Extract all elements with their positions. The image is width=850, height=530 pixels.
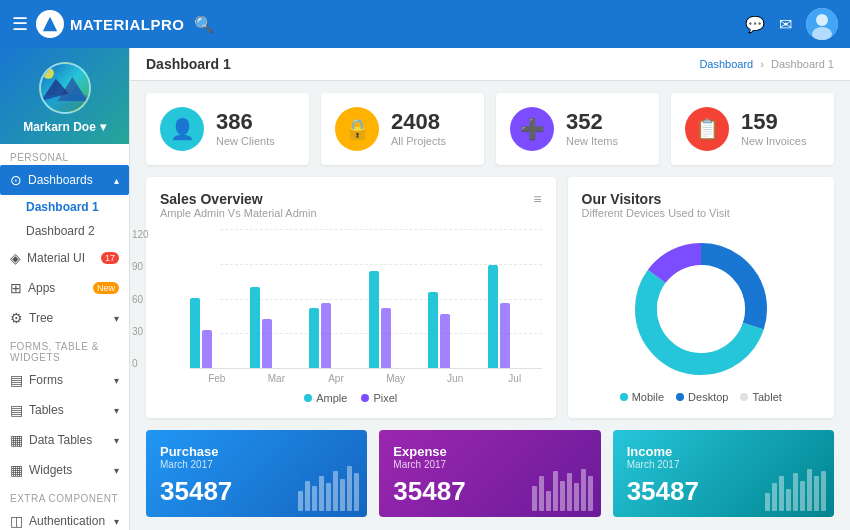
pixel-bar xyxy=(321,303,331,368)
mini-bar xyxy=(312,486,317,511)
bottom-card-title: Expense xyxy=(393,444,586,459)
mini-bar xyxy=(786,489,791,511)
email-icon[interactable]: ✉ xyxy=(779,15,792,34)
ample-bar xyxy=(369,271,379,369)
stat-icon-invoices: 📋 xyxy=(685,107,729,151)
sidebar-item-widgets[interactable]: ▦ Widgets ▾ xyxy=(0,455,129,485)
mini-bar xyxy=(347,466,352,511)
stat-card-clients: 👤 386 New Clients xyxy=(146,93,309,165)
sales-chart-title: Sales Overview xyxy=(160,191,542,207)
visitors-chart-card: Our Visitors Different Devices Used to V… xyxy=(568,177,834,418)
mini-bar xyxy=(800,481,805,511)
svg-marker-0 xyxy=(43,17,57,31)
stat-card-projects: 🔒 2408 All Projects xyxy=(321,93,484,165)
bottom-cards: Purchase March 2017 35487 Expense March … xyxy=(130,430,850,529)
mini-bar xyxy=(333,471,338,511)
breadcrumb-home[interactable]: Dashboard xyxy=(699,58,753,70)
sales-chart-subtitle: Ample Admin Vs Material Admin xyxy=(160,207,542,219)
ample-bar xyxy=(428,292,438,368)
mini-bar xyxy=(772,483,777,511)
sidebar-profile: Markarn Doe ▾ xyxy=(0,48,129,144)
mini-bar xyxy=(326,483,331,511)
legend-mobile: Mobile xyxy=(620,391,664,403)
layout: Markarn Doe ▾ Personal ⊙ Dashboards ▴ Da… xyxy=(0,48,850,530)
breadcrumb-current: Dashboard 1 xyxy=(771,58,834,70)
svg-point-9 xyxy=(42,68,53,79)
pixel-bar xyxy=(202,330,212,368)
sidebar-section-personal: Personal xyxy=(0,144,129,165)
legend-dot xyxy=(304,394,312,402)
sidebar-sub-dashboard1[interactable]: Dashboard 1 xyxy=(0,195,129,219)
bottom-card-sub: March 2017 xyxy=(160,459,353,470)
visitors-chart-title: Our Visitors xyxy=(582,191,820,207)
mini-bar xyxy=(793,473,798,511)
logo-icon xyxy=(36,10,64,38)
mini-bar xyxy=(553,471,558,511)
nav-icons: 💬 ✉ xyxy=(745,8,838,40)
charts-row: ≡ Sales Overview Ample Admin Vs Material… xyxy=(130,177,850,430)
mini-bar xyxy=(305,481,310,511)
mini-bars xyxy=(532,471,593,511)
stat-card-items: ➕ 352 New Items xyxy=(496,93,659,165)
mini-bar xyxy=(546,491,551,511)
sidebar-item-auth[interactable]: ◫ Authentication ▾ xyxy=(0,506,129,530)
sidebar-item-dashboards[interactable]: ⊙ Dashboards ▴ xyxy=(0,165,129,195)
stat-number-items: 352 xyxy=(566,111,618,133)
sidebar-item-tables[interactable]: ▤ Tables ▾ xyxy=(0,395,129,425)
sidebar-section-forms: Forms, Table & Widgets xyxy=(0,333,129,365)
hamburger-icon[interactable]: ☰ xyxy=(12,13,28,35)
bar-group xyxy=(190,298,244,368)
breadcrumb-bar: Dashboard 1 Dashboard › Dashboard 1 xyxy=(130,48,850,81)
stat-card-invoices: 📋 159 New Invoices xyxy=(671,93,834,165)
mini-bar xyxy=(821,471,826,511)
mini-bar xyxy=(560,481,565,511)
mini-bar xyxy=(354,473,359,511)
sidebar-item-label: Tree xyxy=(29,311,53,325)
page-title: Dashboard 1 xyxy=(146,56,231,72)
sidebar-item-forms[interactable]: ▤ Forms ▾ xyxy=(0,365,129,395)
ample-bar xyxy=(250,287,260,368)
avatar[interactable] xyxy=(806,8,838,40)
chat-icon[interactable]: 💬 xyxy=(745,15,765,34)
sidebar-sub-dashboard2[interactable]: Dashboard 2 xyxy=(0,219,129,243)
apps-badge: New xyxy=(93,282,119,294)
bottom-card-income: Income March 2017 35487 xyxy=(613,430,834,517)
svg-point-13 xyxy=(657,265,745,353)
sidebar-item-materialui[interactable]: ◈ Material UI 17 xyxy=(0,243,129,273)
donut-legend: MobileDesktopTablet xyxy=(582,391,820,403)
donut-chart xyxy=(582,229,820,385)
mini-bar xyxy=(814,476,819,511)
svg-rect-8 xyxy=(41,95,89,112)
legend-item: Pixel xyxy=(361,392,397,404)
dashboards-icon: ⊙ xyxy=(10,172,22,188)
sidebar-item-label: Forms xyxy=(29,373,63,387)
chart-legend: AmplePixel xyxy=(160,392,542,404)
sidebar-item-label: Authentication xyxy=(29,514,105,528)
ample-bar xyxy=(488,265,498,368)
sidebar-item-tree[interactable]: ⚙ Tree ▾ xyxy=(0,303,129,333)
bar-group xyxy=(488,265,542,368)
svg-point-2 xyxy=(816,14,828,26)
y-axis: 1209060300 xyxy=(132,229,149,369)
mini-bars xyxy=(765,471,826,511)
stat-cards: 👤 386 New Clients 🔒 2408 All Projects ➕ … xyxy=(130,81,850,177)
mini-bar xyxy=(532,486,537,511)
mini-bar xyxy=(319,476,324,511)
bar-group xyxy=(250,287,304,368)
search-icon[interactable]: 🔍 xyxy=(194,15,214,34)
mini-bar xyxy=(574,483,579,511)
apps-icon: ⊞ xyxy=(10,280,22,296)
sidebar-item-apps[interactable]: ⊞ Apps New xyxy=(0,273,129,303)
tree-arrow: ▾ xyxy=(114,313,119,324)
stat-label-items: New Items xyxy=(566,135,618,147)
ample-bar xyxy=(309,308,319,368)
sidebar-item-label: Tables xyxy=(29,403,64,417)
legend-item: Ample xyxy=(304,392,347,404)
bottom-card-sub: March 2017 xyxy=(393,459,586,470)
chart-menu-icon[interactable]: ≡ xyxy=(533,191,541,207)
sidebar-item-datatables[interactable]: ▦ Data Tables ▾ xyxy=(0,425,129,455)
visitors-chart-subtitle: Different Devices Used to Visit xyxy=(582,207,820,219)
bar-group xyxy=(428,292,482,368)
sales-chart-card: ≡ Sales Overview Ample Admin Vs Material… xyxy=(146,177,556,418)
mini-bar xyxy=(539,476,544,511)
